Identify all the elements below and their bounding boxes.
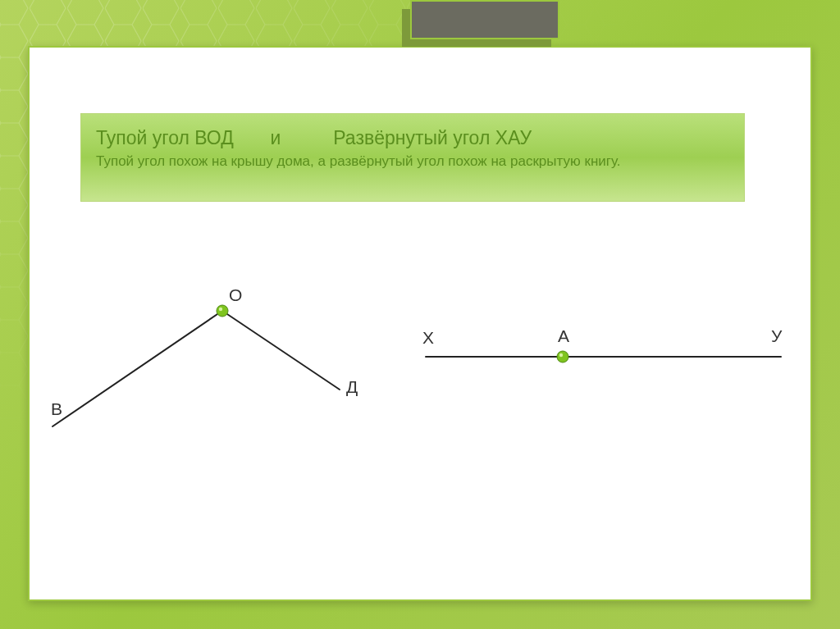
svg-line-3: [52, 311, 222, 426]
svg-text:Д: Д: [346, 377, 358, 396]
svg-point-6: [219, 308, 222, 311]
svg-text:А: А: [558, 326, 569, 345]
title-sub: Тупой угол похож на крышу дома, а развёр…: [96, 153, 729, 171]
svg-point-11: [557, 351, 568, 362]
svg-point-5: [217, 305, 228, 317]
title-conj: и: [271, 127, 281, 148]
angles-svg: ОВДАХУ: [28, 246, 812, 574]
svg-text:О: О: [229, 285, 242, 304]
title-part1: Тупой угол ВОД: [96, 127, 234, 148]
title-box: Тупой угол ВОД и Развёрнутый угол ХАУ Ту…: [80, 113, 745, 202]
title-line: Тупой угол ВОД и Развёрнутый угол ХАУ: [96, 125, 729, 151]
svg-text:В: В: [51, 399, 62, 418]
diagram-area: ОВДАХУ: [28, 246, 812, 601]
title-part2: Развёрнутый угол ХАУ: [333, 127, 532, 148]
svg-line-4: [222, 311, 340, 390]
svg-text:Х: Х: [422, 328, 434, 347]
svg-point-12: [559, 353, 563, 357]
svg-text:У: У: [771, 326, 783, 345]
header-tab: [410, 0, 559, 39]
